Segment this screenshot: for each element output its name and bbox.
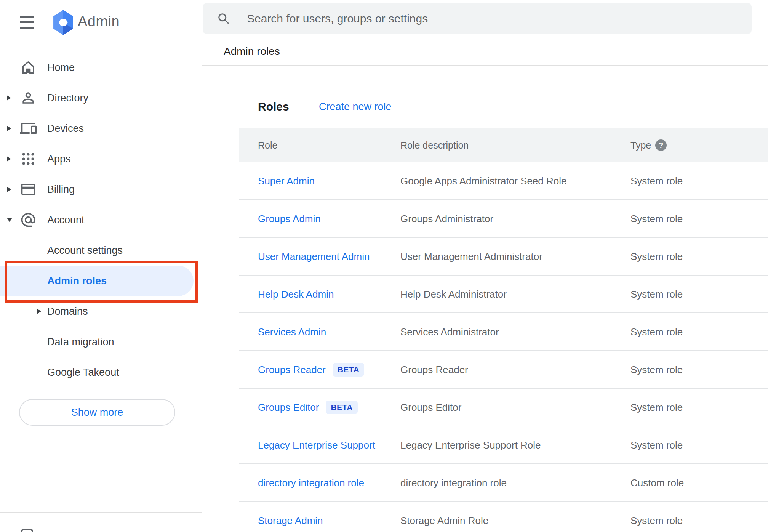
search-input[interactable]: Search for users, groups or settings [247,12,428,25]
sidebar-item-google-takeout[interactable]: Google Takeout [0,357,202,388]
column-header-role: Role [258,140,277,151]
chevron-right-icon[interactable] [7,156,11,162]
chevron-right-icon[interactable] [37,309,41,314]
chevron-right-icon[interactable] [7,187,11,192]
role-description: Google Apps Administrator Seed Role [400,175,566,187]
table-row: Services Admin Services Administrator Sy… [239,313,768,351]
sidebar-item-domains[interactable]: Domains [0,296,202,327]
sidebar-item-label: Admin roles [47,275,107,287]
role-description: Groups Editor [400,401,461,413]
chevron-right-icon[interactable] [7,95,11,101]
role-type: System role [630,213,683,224]
sidebar-item-label: Apps [47,153,71,165]
sidebar-item-label: Data migration [47,336,114,348]
sidebar-nav: Home Directory Devices Apps Billing Acco… [0,52,202,388]
role-description: Legacy Enterprise Support Role [400,439,541,451]
table-row: Groups Admin Groups Administrator System… [239,200,768,238]
role-link[interactable]: Help Desk Admin [258,288,334,300]
role-type: System role [630,175,683,187]
role-link[interactable]: Super Admin [258,175,315,186]
role-type: System role [630,250,683,262]
sidebar-item-account-settings[interactable]: Account settings [0,235,202,266]
sidebar-item-label: Directory [47,92,88,104]
table-row: Storage Admin Storage Admin Role System … [239,502,768,532]
table-body: Super Admin Google Apps Administrator Se… [239,162,768,532]
help-icon[interactable]: ? [655,139,667,151]
sidebar-bottom-divider [0,512,202,513]
create-new-role-link[interactable]: Create new role [319,101,392,113]
role-description: Help Desk Administrator [400,288,507,300]
breadcrumb: Admin roles [224,45,280,58]
sidebar-item-devices[interactable]: Devices [0,113,202,144]
table-row: Groups EditorBETA Groups Editor System r… [239,389,768,426]
credit-card-icon [20,181,37,198]
beta-badge: BETA [326,401,358,414]
menu-icon[interactable] [20,16,34,29]
brand-row: Admin [0,0,202,45]
sidebar-item-label: Devices [47,123,84,135]
table-row: Super Admin Google Apps Administrator Se… [239,162,768,200]
sidebar-item-data-migration[interactable]: Data migration [0,327,202,357]
search-icon [216,11,230,25]
role-description: Groups Administrator [400,213,493,224]
apps-grid-icon [20,151,37,167]
sidebar-item-label: Billing [47,184,75,195]
admin-console: Admin Home Directory Devices Apps Billin… [0,0,768,532]
header-divider [202,65,768,66]
at-sign-icon [20,212,37,228]
role-type: System role [630,326,683,338]
role-type: System role [630,288,683,300]
table-row: Help Desk Admin Help Desk Administrator … [239,276,768,313]
sidebar-item-directory[interactable]: Directory [0,83,202,113]
sidebar: Admin Home Directory Devices Apps Billin… [0,0,202,532]
table-row: Groups ReaderBETA Groups Reader System r… [239,351,768,389]
role-description: directory integration role [400,477,507,489]
product-name: Admin [78,13,120,30]
beta-badge: BETA [333,363,365,377]
role-description: Groups Reader [400,364,468,375]
sidebar-item-label: Google Takeout [47,367,119,378]
chevron-down-icon[interactable] [7,218,12,222]
sidebar-item-admin-roles[interactable]: Admin roles [0,266,202,296]
role-link[interactable]: Groups Reader [258,364,326,375]
sidebar-item-label: Home [47,62,75,74]
table-row: User Management Admin User Management Ad… [239,238,768,276]
show-more-button[interactable]: Show more [19,399,175,426]
role-link[interactable]: Groups Editor [258,402,319,413]
admin-logo-icon [53,10,74,35]
table-row: Legacy Enterprise Support Legacy Enterpr… [239,426,768,464]
role-type: System role [630,401,683,413]
devices-icon [20,120,37,137]
role-link[interactable]: Legacy Enterprise Support [258,439,375,450]
role-type: Custom role [630,477,684,489]
card-title: Roles [258,100,289,113]
search-bar[interactable]: Search for users, groups or settings [203,3,752,34]
sidebar-item-label: Domains [47,306,88,317]
clipped-bottom-icon [21,529,33,532]
roles-card-header: Roles Create new role [239,85,768,128]
role-link[interactable]: Storage Admin [258,514,323,526]
home-icon [20,59,37,76]
role-description: Services Administrator [400,326,499,338]
person-icon [20,90,37,106]
table-row: directory integration role directory int… [239,464,768,502]
role-link[interactable]: Services Admin [258,326,326,337]
role-description: User Management Administrator [400,250,542,262]
chevron-right-icon[interactable] [7,126,11,131]
roles-card: Roles Create new role Role Role descript… [239,85,768,532]
sidebar-item-label: Account settings [47,245,123,256]
sidebar-item-billing[interactable]: Billing [0,174,202,205]
column-header-type: Type [630,140,651,151]
column-header-description: Role description [400,140,469,151]
role-link[interactable]: User Management Admin [258,250,370,262]
sidebar-item-account[interactable]: Account [0,205,202,235]
sidebar-item-home[interactable]: Home [0,52,202,83]
role-link[interactable]: Groups Admin [258,213,321,224]
sidebar-item-label: Account [47,214,85,226]
role-type: System role [630,364,683,375]
role-description: Storage Admin Role [400,514,488,526]
role-link[interactable]: directory integration role [258,477,364,488]
sidebar-item-apps[interactable]: Apps [0,144,202,174]
table-header-row: Role Role description Type ? [239,128,768,162]
role-type: System role [630,439,683,451]
